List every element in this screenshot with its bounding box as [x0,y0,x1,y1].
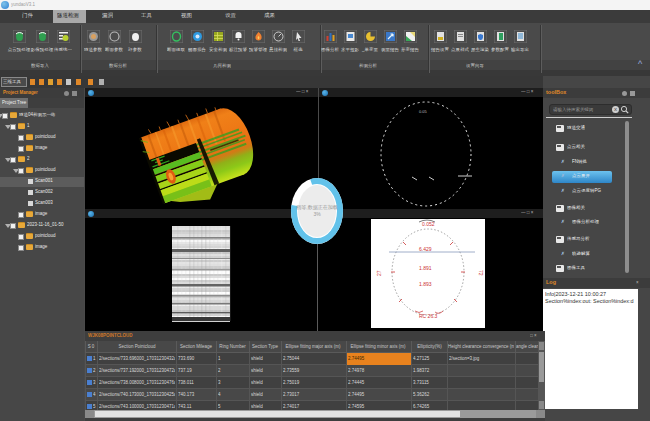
svg-text:27: 27 [376,270,382,276]
svg-text:72: 72 [478,270,484,276]
svg-text:1.893: 1.893 [419,281,432,287]
svg-text:0.052: 0.052 [422,221,435,227]
svg-text:0.05: 0.05 [419,109,428,114]
svg-text:3%: 3% [313,211,321,217]
svg-text:6.429: 6.429 [419,246,432,252]
svg-text:1.891: 1.891 [419,265,432,271]
svg-text:稍等,数据正在加载: 稍等,数据正在加载 [296,204,337,211]
svg-text:RC 26.3: RC 26.3 [419,313,438,319]
